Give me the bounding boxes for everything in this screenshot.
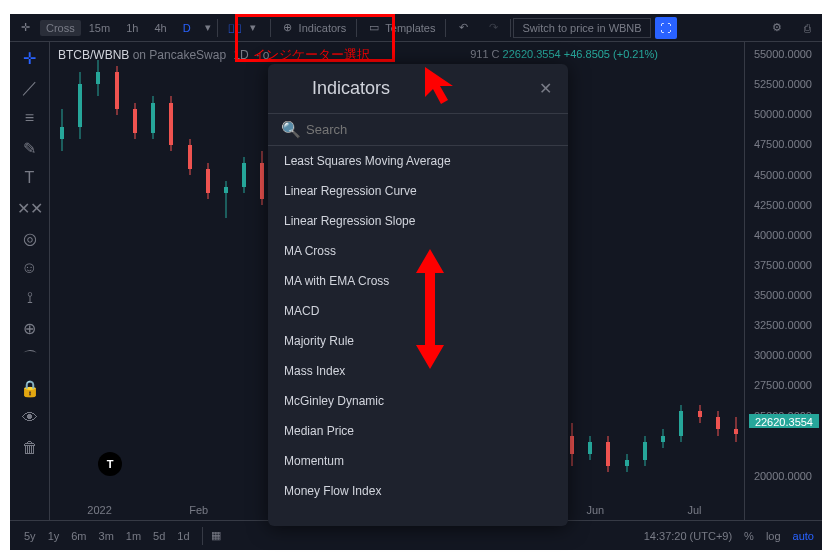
eye-tool-icon[interactable]: 👁: [20, 408, 40, 428]
tf-15m[interactable]: 15m: [81, 14, 118, 42]
time-tick: 2022: [50, 504, 149, 516]
modal-close-button[interactable]: ✕: [539, 79, 552, 98]
indicator-item[interactable]: Momentum: [268, 446, 568, 476]
indicator-item[interactable]: Linear Regression Curve: [268, 176, 568, 206]
crosshair-tool[interactable]: ✛: [10, 14, 40, 42]
current-price-tag: 22620.3554: [749, 414, 819, 428]
range-1d[interactable]: 1d: [171, 530, 195, 542]
clock: 14:37:20 (UTC+9): [644, 530, 732, 542]
scale-auto[interactable]: auto: [793, 530, 814, 542]
indicator-item[interactable]: Linear Regression Slope: [268, 206, 568, 236]
settings-button[interactable]: ⚙: [762, 14, 792, 42]
price-tick: 52500.0000: [749, 78, 818, 92]
price-tick: 42500.0000: [749, 199, 818, 213]
emoji-tool-icon[interactable]: ☺: [20, 258, 40, 278]
undo-icon: ↶: [456, 21, 470, 35]
tradingview-logo: T: [98, 452, 122, 476]
time-tick: Feb: [149, 504, 248, 516]
symbol-pair: BTCB/WBNB: [58, 48, 129, 62]
search-icon: 🔍: [284, 123, 298, 137]
price-tick: 40000.0000: [749, 229, 818, 243]
svg-marker-1: [416, 249, 444, 369]
price-tick: 35000.0000: [749, 289, 818, 303]
range-6m[interactable]: 6m: [65, 530, 92, 542]
price-tick: 47500.0000: [749, 138, 818, 152]
chevron-down-icon[interactable]: ▾: [201, 21, 215, 35]
annotation-scroll-arrow: [410, 249, 450, 369]
drawing-toolbar: ✛ ／ ≡ ✎ T ✕✕ ◎ ☺ ⟟ ⊕ ⌒ 🔒 👁 🗑: [10, 42, 50, 520]
lock-tool-icon[interactable]: 🔒: [20, 378, 40, 398]
modal-search[interactable]: 🔍: [268, 113, 568, 146]
tf-D[interactable]: D: [175, 14, 199, 42]
price-tick: [749, 500, 818, 514]
cursor-tool-icon[interactable]: ✛: [20, 48, 40, 68]
trash-tool-icon[interactable]: 🗑: [20, 438, 40, 458]
magnet-tool-icon[interactable]: ⌒: [20, 348, 40, 368]
fullscreen-icon: ⛶: [659, 21, 673, 35]
redo-icon: ↷: [486, 21, 500, 35]
price-tick: 50000.0000: [749, 108, 818, 122]
ruler-tool-icon[interactable]: ⟟: [20, 288, 40, 308]
fib-tool-icon[interactable]: ≡: [20, 108, 40, 128]
price-tick: 32500.0000: [749, 319, 818, 333]
range-1y[interactable]: 1y: [42, 530, 66, 542]
snapshot-button[interactable]: ⎙: [792, 14, 822, 42]
text-tool-icon[interactable]: T: [20, 168, 40, 188]
pattern-tool-icon[interactable]: ✕✕: [20, 198, 40, 218]
chart-app: ✛ Cross 15m 1h 4h D ▾ ⌷⌷▾ ⊕Indicators ▭T…: [10, 14, 822, 550]
redo-button[interactable]: ↷: [478, 14, 508, 42]
trendline-tool-icon[interactable]: ／: [20, 78, 40, 98]
range-3m[interactable]: 3m: [93, 530, 120, 542]
switch-price-button[interactable]: Switch to price in WBNB: [513, 18, 650, 38]
camera-icon: ⎙: [800, 21, 814, 35]
top-toolbar: ✛ Cross 15m 1h 4h D ▾ ⌷⌷▾ ⊕Indicators ▭T…: [10, 14, 822, 42]
modal-title: Indicators: [312, 78, 390, 99]
indicator-item[interactable]: Least Squares Moving Average: [268, 146, 568, 176]
annotation-cursor-arrow: [420, 62, 470, 112]
brush-tool-icon[interactable]: ✎: [20, 138, 40, 158]
scale-percent[interactable]: %: [744, 530, 754, 542]
range-5y[interactable]: 5y: [18, 530, 42, 542]
svg-marker-0: [425, 67, 453, 104]
fullscreen-button[interactable]: ⛶: [655, 17, 677, 39]
gear-icon: ⚙: [770, 21, 784, 35]
price-tick: 45000.0000: [749, 169, 818, 183]
price-tick: 30000.0000: [749, 349, 818, 363]
indicator-item[interactable]: McGinley Dynamic: [268, 386, 568, 416]
indicator-item[interactable]: Median Price: [268, 416, 568, 446]
scale-log[interactable]: log: [766, 530, 781, 542]
annotation-label: インジケーター選択: [253, 46, 370, 64]
price-tick: 55000.0000: [749, 48, 818, 62]
time-tick: Jul: [645, 504, 744, 516]
zoom-tool-icon[interactable]: ⊕: [20, 318, 40, 338]
price-legend: 911 C 22620.3554 +46.8505 (+0.21%): [470, 48, 658, 60]
prediction-tool-icon[interactable]: ◎: [20, 228, 40, 248]
price-tick: 27500.0000: [749, 379, 818, 393]
range-1m[interactable]: 1m: [120, 530, 147, 542]
price-tick: 37500.0000: [749, 259, 818, 273]
indicator-item[interactable]: Money Flow Index: [268, 476, 568, 506]
calendar-icon[interactable]: ▦: [209, 529, 223, 543]
search-input[interactable]: [306, 122, 552, 137]
price-tick: [749, 440, 818, 454]
cross-label[interactable]: Cross: [40, 20, 81, 36]
range-5d[interactable]: 5d: [147, 530, 171, 542]
undo-button[interactable]: ↶: [448, 14, 478, 42]
crosshair-icon: ✛: [18, 21, 32, 35]
price-axis[interactable]: 22620.3554 55000.000052500.000050000.000…: [744, 42, 822, 520]
tf-1h[interactable]: 1h: [118, 14, 146, 42]
price-tick: 20000.0000: [749, 470, 818, 484]
tf-4h[interactable]: 4h: [146, 14, 174, 42]
symbol-exchange: on PancakeSwap: [133, 48, 226, 62]
